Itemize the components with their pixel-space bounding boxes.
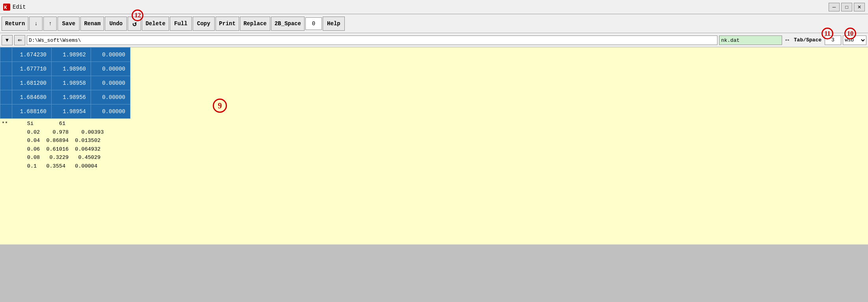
loop-button[interactable]: ↺ — [128, 17, 141, 31]
maximize-button[interactable]: □ — [841, 3, 852, 11]
table-row: 1.681200 1.98958 0.00000 — [0, 76, 130, 90]
table-row: 1.674230 1.98962 0.00000 — [0, 48, 130, 62]
table-row: 1.684680 1.98956 0.00000 — [0, 90, 130, 104]
cell: 0.00000 — [91, 76, 130, 90]
cell — [0, 76, 12, 90]
cell: 1.98954 — [52, 104, 91, 119]
copy-button[interactable]: Copy — [193, 17, 215, 31]
rename-button[interactable]: Renam — [80, 17, 104, 31]
cell: 0.00000 — [91, 104, 130, 119]
tabspace-label: Tab/Space — [792, 37, 823, 43]
cell: 1.688160 — [12, 104, 52, 119]
text-line: 0.04 0.86894 0.013502 — [2, 136, 866, 145]
svg-text:K: K — [4, 5, 7, 11]
badge-9: 9 — [213, 99, 227, 113]
table-row: 1.688160 1.98954 0.00000 — [0, 104, 130, 119]
tab-value-input[interactable] — [825, 35, 841, 45]
text-line: 0.02 0.978 0.00393 — [2, 128, 866, 137]
toolbar: Return ↓ ↑ Save Renam Undo ↺ 12 Delete F… — [0, 14, 868, 33]
main-content: 1.674230 1.98962 0.00000 1.677710 1.9896… — [0, 47, 868, 244]
dropdown-button[interactable]: ▼ — [2, 35, 13, 45]
text-content: ** Si 61 0.02 0.978 0.00393 0.04 0.86894… — [0, 119, 868, 172]
cell: 0.00000 — [91, 90, 130, 104]
path-display: D:\Ws_soft\Wsems\ — [27, 35, 717, 45]
delete-button[interactable]: Delete — [142, 17, 169, 31]
help-button[interactable]: Help — [323, 17, 345, 31]
arrow-down-button[interactable]: ↓ — [29, 17, 43, 31]
table-row: 1.677710 1.98960 0.00000 — [0, 62, 130, 76]
text-line: ** Si 61 — [2, 119, 866, 128]
2bspace-button[interactable]: 2B_Space — [271, 17, 305, 31]
cell: 1.98962 — [52, 48, 91, 62]
full-button[interactable]: Full — [170, 17, 192, 31]
cell: 1.677710 — [12, 62, 52, 76]
app-icon: K — [3, 4, 10, 11]
window-title: Edit — [13, 4, 26, 10]
text-line: 0.1 0.3554 0.00004 — [2, 162, 866, 171]
cell: 1.98956 — [52, 90, 91, 104]
cell: 1.674230 — [12, 48, 52, 62]
cell — [0, 62, 12, 76]
text-line: 0.06 0.61016 0.064932 — [2, 145, 866, 154]
title-bar-left: K Edit — [3, 4, 26, 11]
cell — [0, 90, 12, 104]
print-button[interactable]: Print — [216, 17, 239, 31]
title-bar: K Edit ─ □ ✕ — [0, 0, 868, 14]
cell: 0.00000 — [91, 48, 130, 62]
address-bar: ▼ ⇐ D:\Ws_soft\Wsems\ nk.dat ↔ Tab/Space… — [0, 33, 868, 47]
text-line: 0.08 0.3229 0.45029 — [2, 153, 866, 162]
back-button[interactable]: ⇐ — [14, 35, 25, 45]
filename-display: nk.dat — [719, 35, 782, 45]
return-button[interactable]: Return — [2, 17, 28, 31]
replace-button[interactable]: Replace — [240, 17, 270, 31]
cell — [0, 104, 12, 119]
cell: 1.98960 — [52, 62, 91, 76]
arrow-up-button[interactable]: ↑ — [43, 17, 57, 31]
window-controls: ─ □ ✕ — [829, 3, 865, 11]
cell: 1.684680 — [12, 90, 52, 104]
cell: 1.98958 — [52, 76, 91, 90]
cell: 1.681200 — [12, 76, 52, 90]
undo-button[interactable]: Undo — [105, 17, 127, 31]
save-button[interactable]: Save — [58, 17, 80, 31]
selected-table: 1.674230 1.98962 0.00000 1.677710 1.9896… — [0, 47, 130, 119]
cell — [0, 48, 12, 62]
minimize-button[interactable]: ─ — [829, 3, 840, 11]
cell: 0.00000 — [91, 62, 130, 76]
wsb-select[interactable]: wsb — [843, 35, 866, 45]
close-button[interactable]: ✕ — [854, 3, 865, 11]
2bspace-value[interactable] — [305, 17, 322, 30]
arrow-icon: ↔ — [784, 37, 791, 44]
